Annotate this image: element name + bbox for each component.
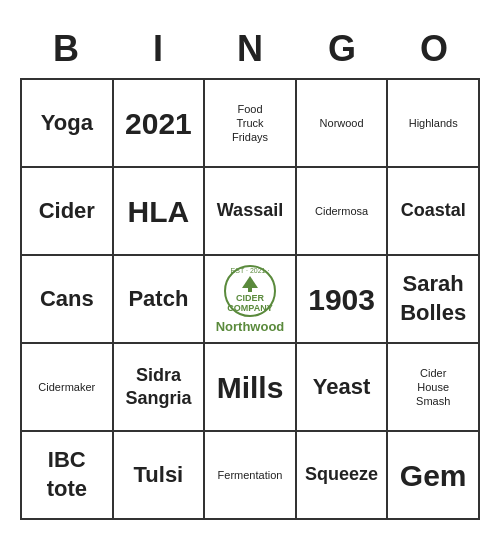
- cell-r1c2: 2021: [114, 80, 206, 168]
- cell-r1c5: Highlands: [388, 80, 480, 168]
- cell-r5c3: Fermentation: [205, 432, 297, 520]
- northwood-brand-name: Northwood: [216, 319, 285, 334]
- cell-r1c3: FoodTruckFridays: [205, 80, 297, 168]
- cell-r3c3-free: EST · 2021 · CIDERCOMPANY Northwood: [205, 256, 297, 344]
- cell-r3c5: SarahBolles: [388, 256, 480, 344]
- cell-text: SidraSangria: [125, 364, 191, 411]
- cell-r2c5: Coastal: [388, 168, 480, 256]
- cell-r5c2: Tulsi: [114, 432, 206, 520]
- bingo-header: B I N G O: [20, 24, 480, 74]
- cell-r4c3: Mills: [205, 344, 297, 432]
- cell-text: Cidermaker: [38, 380, 95, 394]
- header-i: I: [112, 24, 204, 74]
- cell-text: Yeast: [313, 373, 371, 402]
- cell-r2c4: Cidermosa: [297, 168, 389, 256]
- cell-text: Cidermosa: [315, 204, 368, 218]
- cell-text: Cans: [40, 285, 94, 314]
- header-o: O: [388, 24, 480, 74]
- cell-text: Yoga: [41, 109, 93, 138]
- cell-r5c1: IBCtote: [22, 432, 114, 520]
- cell-r4c4: Yeast: [297, 344, 389, 432]
- cell-r3c2: Patch: [114, 256, 206, 344]
- northwood-tree-icon: [236, 274, 264, 294]
- cell-r3c4: 1903: [297, 256, 389, 344]
- cell-r1c1: Yoga: [22, 80, 114, 168]
- cell-text: SarahBolles: [400, 270, 466, 327]
- northwood-est: EST · 2021 ·: [231, 267, 270, 274]
- svg-rect-1: [248, 288, 252, 292]
- cell-text: IBCtote: [47, 446, 87, 503]
- cell-text: HLA: [128, 192, 190, 231]
- cell-r5c5: Gem: [388, 432, 480, 520]
- northwood-subtext: CIDERCOMPANY: [227, 294, 272, 314]
- cell-text: Norwood: [320, 116, 364, 130]
- bingo-grid: Yoga 2021 FoodTruckFridays Norwood Highl…: [20, 78, 480, 520]
- cell-r1c4: Norwood: [297, 80, 389, 168]
- cell-text: FoodTruckFridays: [232, 102, 268, 145]
- cell-r4c2: SidraSangria: [114, 344, 206, 432]
- cell-text: Gem: [400, 456, 467, 495]
- northwood-circle: EST · 2021 · CIDERCOMPANY: [224, 265, 276, 317]
- header-n: N: [204, 24, 296, 74]
- cell-r4c1: Cidermaker: [22, 344, 114, 432]
- cell-r2c1: Cider: [22, 168, 114, 256]
- cell-text: 2021: [125, 104, 192, 143]
- cell-r5c4: Squeeze: [297, 432, 389, 520]
- cell-r2c3: Wassail: [205, 168, 297, 256]
- cell-text: Highlands: [409, 116, 458, 130]
- cell-text: Squeeze: [305, 463, 378, 486]
- cell-r2c2: HLA: [114, 168, 206, 256]
- cell-text: 1903: [308, 280, 375, 319]
- cell-r4c5: CiderHouseSmash: [388, 344, 480, 432]
- header-g: G: [296, 24, 388, 74]
- cell-text: Mills: [217, 368, 284, 407]
- cell-text: Wassail: [217, 199, 283, 222]
- cell-r3c1: Cans: [22, 256, 114, 344]
- cell-text: Coastal: [401, 199, 466, 222]
- cell-text: Tulsi: [134, 461, 184, 490]
- cell-text: Patch: [128, 285, 188, 314]
- cell-text: CiderHouseSmash: [416, 366, 450, 409]
- cell-text: Fermentation: [218, 468, 283, 482]
- northwood-logo: EST · 2021 · CIDERCOMPANY Northwood: [216, 265, 285, 334]
- header-b: B: [20, 24, 112, 74]
- cell-text: Cider: [39, 197, 95, 226]
- bingo-card: B I N G O Yoga 2021 FoodTruckFridays Nor…: [10, 14, 490, 530]
- svg-marker-0: [242, 276, 258, 288]
